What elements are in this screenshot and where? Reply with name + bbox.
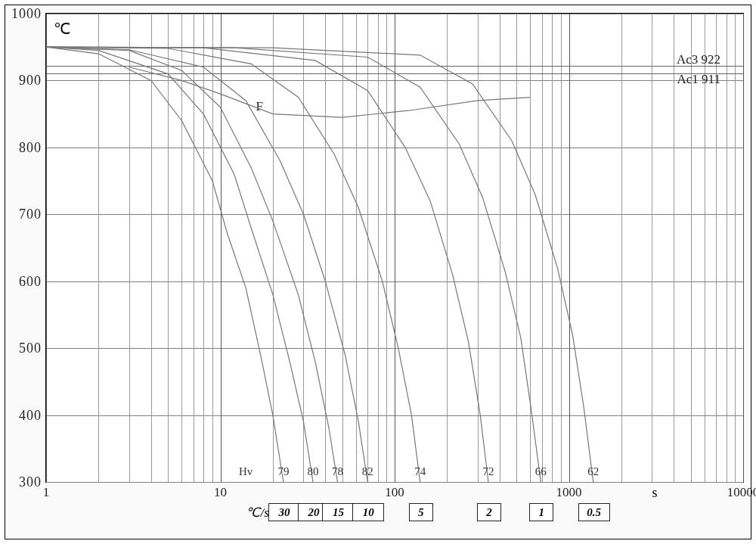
x-unit-label: s [652, 485, 657, 501]
cooling-rate-row: ℃/s 302015105210.5 [46, 503, 743, 523]
cooling-rate-box: 5 [409, 503, 433, 521]
cooling-curve [46, 47, 420, 482]
y-tick-label: 1000 [11, 6, 42, 22]
x-tick-label: 1000 [556, 485, 582, 500]
cooling-rate-box: 10 [352, 503, 384, 521]
cooling-rate-box: 0.5 [578, 503, 610, 521]
hv-value: 78 [332, 465, 343, 478]
plot-area: ℃ 3004005006007008009001000 Ac3 922 Ac1 … [45, 13, 744, 483]
hv-value: 62 [587, 465, 599, 478]
cooling-rate-box: 2 [477, 503, 501, 521]
x-tick-label: 10000 [727, 485, 756, 500]
hv-value: 66 [535, 465, 547, 478]
cooling-rate-unit: ℃/s [246, 505, 268, 521]
y-tick-label: 500 [19, 340, 42, 356]
figure-frame: ℃ 3004005006007008009001000 Ac3 922 Ac1 … [0, 0, 756, 544]
y-gridline [46, 482, 743, 483]
x-tick-label: 100 [385, 485, 404, 500]
y-tick-label: 300 [19, 474, 42, 490]
cooling-rate-box: 30 [268, 503, 300, 521]
x-gridline [743, 14, 744, 482]
x-tick-label: 1 [43, 485, 50, 500]
cooling-curve [46, 47, 337, 482]
cooling-curve [46, 47, 367, 482]
curves-svg [46, 14, 743, 482]
cooling-curve [129, 67, 530, 117]
y-tick-label: 600 [19, 273, 42, 289]
hv-value: 82 [362, 465, 373, 478]
x-tick-label: 10 [214, 485, 227, 500]
hv-value: 80 [308, 465, 319, 478]
hv-value: 72 [482, 465, 494, 478]
hv-value: 79 [277, 465, 289, 478]
cooling-curve [46, 47, 541, 482]
cooling-curve [46, 47, 284, 482]
y-tick-label: 900 [19, 73, 42, 89]
cooling-rate-box: 15 [322, 503, 354, 521]
y-tick-label: 400 [19, 407, 42, 423]
hv-heading: Hv [239, 465, 253, 478]
y-tick-label: 800 [19, 139, 42, 155]
cooling-rate-box: 1 [529, 503, 553, 521]
y-tick-label: 700 [19, 207, 42, 222]
hv-value: 74 [414, 465, 426, 478]
